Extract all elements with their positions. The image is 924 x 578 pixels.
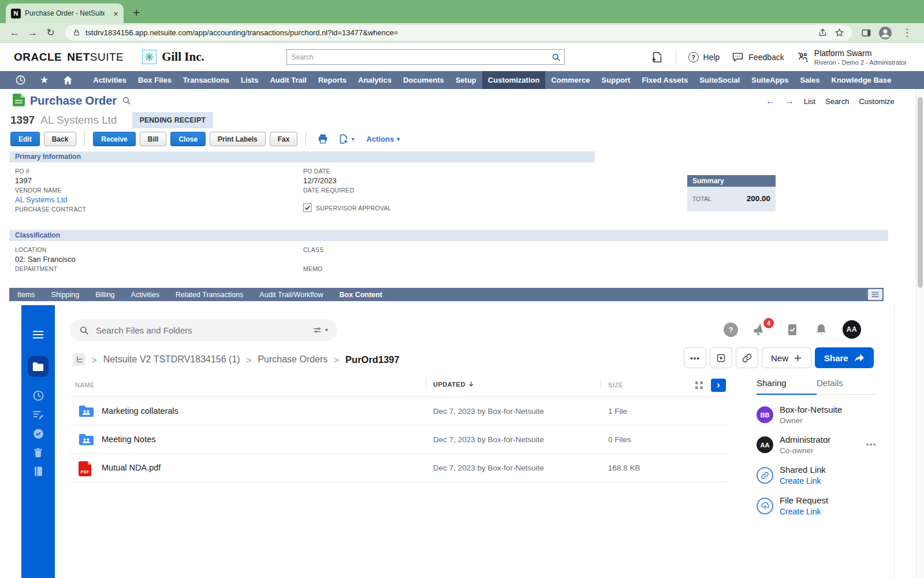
file-name[interactable]: Meeting Notes (102, 435, 156, 444)
export-icon[interactable]: ▾ (338, 134, 354, 144)
print-icon[interactable] (317, 134, 329, 144)
file-name[interactable]: Marketing collaterals (102, 406, 178, 416)
global-search[interactable] (286, 49, 565, 65)
tab-details[interactable]: Details (817, 378, 877, 394)
new-button[interactable]: New (762, 347, 811, 368)
copy-link-button[interactable] (736, 347, 758, 368)
feedback-button[interactable]: Feedback (732, 51, 784, 63)
box-recents-icon[interactable] (32, 390, 44, 402)
side-panel-icon[interactable] (861, 28, 871, 38)
previous-record-arrow[interactable]: ← (766, 97, 775, 106)
address-bar[interactable]: tstdrv1834156.app.netsuite.com/app/accou… (65, 25, 852, 40)
grid-view-icon[interactable] (695, 381, 703, 390)
subtab-audit-trail-workflow[interactable]: Audit Trail/Workflow (251, 291, 331, 299)
search-icon[interactable] (552, 53, 561, 62)
nav-support[interactable]: Support (596, 71, 636, 89)
box-tasks-icon[interactable] (32, 428, 44, 440)
subtab-related-transactions[interactable]: Related Transactions (167, 291, 251, 299)
nav-analytics[interactable]: Analytics (352, 71, 397, 89)
receive-button[interactable]: Receive (93, 132, 135, 146)
column-size[interactable]: SIZE (608, 381, 623, 388)
new-tab-button[interactable]: + (133, 6, 140, 18)
share-button[interactable]: Share (815, 347, 874, 368)
breadcrumb-purchase-orders[interactable]: Purchase Orders (258, 354, 327, 365)
subtab-shipping[interactable]: Shipping (43, 291, 88, 299)
box-menu-icon[interactable] (32, 328, 44, 341)
customize-link[interactable]: Customize (859, 97, 894, 106)
help-button[interactable]: ? Help (688, 52, 720, 62)
collaborator-row[interactable]: BB Box-for-Netsuite Owner (757, 405, 877, 425)
primary-information-header[interactable]: Primary Information (9, 151, 595, 162)
bookmark-star-icon[interactable] (834, 28, 844, 38)
nav-lists[interactable]: Lists (235, 71, 264, 89)
next-record-arrow[interactable]: → (785, 97, 794, 106)
shortcuts-star-icon[interactable]: ★ (40, 75, 49, 85)
browser-tab[interactable]: N Purchase Order - NetSuite (Ri × (6, 3, 124, 23)
close-button[interactable]: Close (170, 132, 206, 146)
box-trash-icon[interactable] (32, 447, 44, 458)
box-notifications-bell-icon[interactable] (814, 323, 828, 336)
create-shared-link[interactable]: Create Link (780, 476, 826, 486)
browser-profile-avatar[interactable] (878, 26, 892, 40)
nav-setup[interactable]: Setup (450, 71, 482, 89)
classification-header[interactable]: Classification (9, 230, 888, 241)
file-row[interactable]: PDF Mutual NDA.pdf Dec 7, 2023 by Box-fo… (69, 453, 728, 481)
list-link[interactable]: List (804, 97, 815, 106)
supervisor-approval-checkbox[interactable] (303, 203, 312, 212)
tab-sharing[interactable]: Sharing (757, 378, 817, 395)
back-button[interactable]: Back (44, 132, 77, 146)
collaborator-options-icon[interactable]: ••• (866, 439, 877, 449)
browser-back-button[interactable]: ← (7, 28, 23, 38)
subtab-activities[interactable]: Activities (123, 291, 167, 299)
bill-button[interactable]: Bill (140, 132, 167, 146)
nav-knowledge-base[interactable]: Knowledge Base (826, 71, 897, 89)
subtab-items[interactable]: Items (9, 291, 43, 299)
search-link[interactable]: Search (825, 97, 849, 106)
nav-documents[interactable]: Documents (397, 71, 450, 89)
subtab-menu-icon[interactable] (868, 289, 882, 300)
nav-reports[interactable]: Reports (312, 71, 352, 89)
breadcrumb-root-folder[interactable]: Netsuite V2 TSTDRV1834156 (1) (103, 354, 240, 365)
box-help-icon[interactable]: ? (724, 323, 738, 337)
browser-forward-button[interactable]: → (25, 28, 40, 38)
file-name[interactable]: Mutual NDA.pdf (102, 463, 161, 472)
column-updated-sorted[interactable]: UPDATED (433, 380, 475, 388)
share-page-icon[interactable] (818, 28, 828, 38)
box-notes-icon[interactable] (32, 409, 44, 421)
nav-audit-trail[interactable]: Audit Trail (264, 71, 312, 89)
nav-commerce[interactable]: Commerce (545, 71, 595, 89)
collapse-panel-button[interactable]: › (711, 379, 726, 392)
box-notebook-icon[interactable] (33, 465, 44, 477)
home-icon[interactable] (62, 75, 73, 86)
vendor-link[interactable]: AL Systems Ltd (15, 195, 68, 204)
file-row[interactable]: Marketing collaterals Dec 7, 2023 by Box… (69, 397, 728, 425)
nav-box-files[interactable]: Box Files (132, 71, 177, 89)
page-scrollbar[interactable] (916, 90, 924, 578)
quick-add-icon[interactable] (651, 51, 664, 64)
nav-customization[interactable]: Customization (482, 71, 546, 89)
more-options-button[interactable]: ••• (684, 347, 706, 368)
column-name[interactable]: NAME (75, 381, 95, 388)
nav-transactions[interactable]: Transactions (177, 71, 235, 89)
collaborator-row[interactable]: AA Administrator Co-owner ••• (757, 435, 877, 455)
scrollbar-thumb[interactable] (918, 97, 923, 288)
nav-sales[interactable]: Sales (795, 71, 826, 89)
fax-button[interactable]: Fax (270, 132, 298, 146)
global-search-input[interactable] (286, 49, 565, 65)
nav-suitesocial[interactable]: SuiteSocial (694, 71, 746, 89)
print-labels-button[interactable]: Print Labels (210, 132, 266, 146)
close-tab-icon[interactable]: × (113, 9, 118, 18)
nav-fixed-assets[interactable]: Fixed Assets (636, 71, 694, 89)
subtab-box-content[interactable]: Box Content (331, 291, 390, 299)
recent-records-icon[interactable] (15, 75, 26, 86)
subtab-billing[interactable]: Billing (87, 291, 122, 299)
role-switcher[interactable]: Platform Swarm Riveron - Demo 2 - Admini… (796, 49, 907, 66)
browser-menu-icon[interactable]: ⋮ (899, 28, 915, 38)
bookmark-button[interactable] (710, 347, 732, 368)
create-file-request-link[interactable]: Create Link (780, 507, 828, 516)
folder-tree-icon[interactable] (73, 353, 85, 366)
box-clipboard-icon[interactable] (785, 323, 799, 336)
browser-reload-button[interactable]: ↻ (43, 28, 58, 38)
box-search-input[interactable] (96, 325, 305, 335)
nav-activities[interactable]: Activities (87, 71, 132, 89)
